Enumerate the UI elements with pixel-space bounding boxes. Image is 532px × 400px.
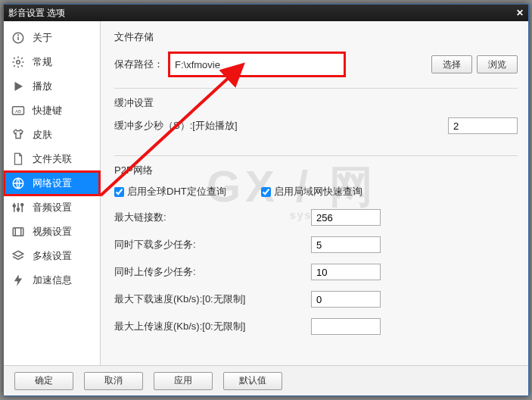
sidebar-item-general[interactable]: 常规 [4, 50, 100, 74]
sidebar-item-audio[interactable]: 音频设置 [4, 195, 100, 220]
sidebar-item-label: 关于 [33, 31, 52, 45]
sidebar-item-video[interactable]: 视频设置 [4, 220, 100, 244]
svg-point-3 [17, 61, 20, 64]
svg-marker-17 [13, 251, 23, 257]
film-icon [10, 224, 26, 239]
up-tasks-input[interactable] [311, 264, 381, 280]
cancel-button[interactable]: 取消 [84, 372, 143, 390]
max-up-input[interactable] [311, 318, 381, 335]
sidebar-item-hotkeys[interactable]: AB快捷键 [4, 98, 100, 123]
max-down-label: 最大下载速度(Kb/s):[0:无限制] [114, 292, 311, 306]
equalizer-icon [10, 200, 26, 215]
choose-button[interactable]: 选择 [431, 55, 472, 73]
down-tasks-label: 同时下载多少任务: [114, 238, 311, 252]
main-panel: GX / 网system.com 文件存储 保存路径： F:\xfmovie 选… [101, 21, 528, 365]
sidebar-item-skin[interactable]: 皮肤 [4, 123, 100, 147]
path-label: 保存路径： [114, 58, 163, 71]
svg-marker-18 [14, 274, 22, 286]
footer: 确定 取消 应用 默认值 [4, 365, 528, 395]
sidebar-item-label: 快捷键 [33, 104, 62, 117]
window-title: 影音设置 选项 [8, 7, 65, 20]
play-icon [10, 79, 26, 94]
svg-point-2 [18, 35, 19, 36]
sidebar-item-network[interactable]: 网络设置 [4, 171, 100, 195]
sidebar-item-multicore[interactable]: 多核设置 [4, 244, 100, 268]
sidebar-item-label: 多核设置 [33, 249, 72, 263]
buffer-seconds-input[interactable] [448, 117, 518, 134]
section-p2p-title: P2P网络 [114, 164, 518, 177]
sidebar-item-label: 音频设置 [33, 201, 72, 214]
down-tasks-input[interactable] [311, 236, 381, 253]
up-tasks-label: 同时上传多少任务: [114, 265, 311, 279]
sidebar-item-label: 视频设置 [33, 225, 72, 239]
sidebar: 关于 常规 播放 AB快捷键 皮肤 文件关联 网络设置 音频设置 视频设置 多核… [4, 21, 101, 365]
dht-checkbox-input[interactable] [114, 187, 124, 197]
defaults-button[interactable]: 默认值 [223, 372, 282, 390]
globe-icon [10, 176, 26, 191]
browse-button[interactable]: 浏览 [477, 55, 518, 73]
max-conn-label: 最大链接数: [114, 211, 311, 224]
titlebar: 影音设置 选项 ✕ [4, 5, 528, 21]
settings-window: 影音设置 选项 ✕ 关于 常规 播放 AB快捷键 皮肤 文件关联 网络设置 音频… [3, 4, 529, 396]
buffer-label: 缓冲多少秒（S）:[开始播放] [114, 119, 311, 133]
info-icon [10, 30, 26, 45]
svg-rect-14 [13, 228, 23, 236]
gear-icon [10, 55, 26, 70]
sidebar-item-about[interactable]: 关于 [4, 26, 100, 50]
sidebar-item-label: 常规 [33, 55, 52, 69]
max-conn-input[interactable] [311, 209, 381, 226]
sidebar-item-label: 网络设置 [33, 177, 72, 190]
max-up-label: 最大上传速度(Kb/s):[0:无限制] [114, 320, 311, 333]
save-path-input[interactable]: F:\xfmovie [168, 52, 346, 77]
lan-checkbox-label: 启用局域网快速查询 [274, 185, 362, 198]
lan-checkbox[interactable]: 启用局域网快速查询 [261, 185, 362, 198]
ok-button[interactable]: 确定 [14, 372, 73, 390]
sidebar-item-label: 加速信息 [33, 273, 72, 287]
max-down-input[interactable] [311, 291, 381, 308]
sidebar-item-label: 播放 [33, 80, 52, 93]
apply-button[interactable]: 应用 [154, 372, 213, 390]
sidebar-item-accel[interactable]: 加速信息 [4, 268, 100, 292]
lightning-icon [10, 273, 26, 288]
sidebar-item-label: 文件关联 [33, 152, 72, 166]
svg-point-12 [17, 208, 20, 211]
sidebar-item-label: 皮肤 [33, 128, 52, 142]
dht-checkbox[interactable]: 启用全球DHT定位查询 [114, 185, 226, 198]
section-storage-title: 文件存储 [114, 30, 518, 44]
sidebar-item-file-assoc[interactable]: 文件关联 [4, 147, 100, 171]
svg-text:AB: AB [15, 109, 21, 114]
close-icon[interactable]: ✕ [516, 8, 524, 18]
svg-point-11 [13, 205, 15, 207]
keyboard-icon: AB [10, 103, 26, 118]
section-buffer-title: 缓冲设置 [114, 96, 518, 110]
svg-point-13 [21, 204, 23, 206]
lan-checkbox-input[interactable] [261, 187, 271, 197]
dht-checkbox-label: 启用全球DHT定位查询 [127, 185, 226, 198]
layers-icon [10, 248, 26, 264]
document-icon [10, 152, 26, 167]
svg-marker-4 [15, 82, 23, 91]
tshirt-icon [10, 127, 26, 142]
sidebar-item-playback[interactable]: 播放 [4, 74, 100, 98]
